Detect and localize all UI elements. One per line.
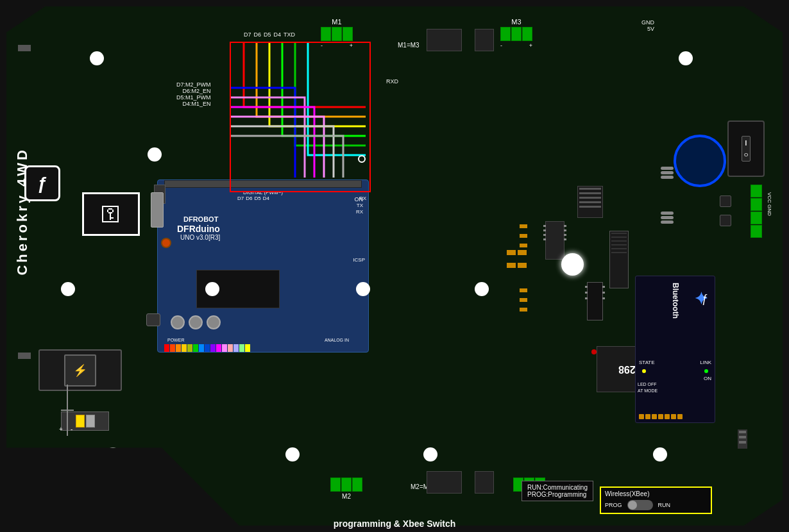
arduino-bottom-pins: POWER ANALOG IN [164, 333, 362, 352]
bluetooth-dfr-logo: ƒ [702, 292, 708, 306]
rx-label: RX [356, 209, 363, 215]
bluetooth-label: Bluetooth [671, 283, 680, 340]
dfrobot-brand: DFROBOT [183, 215, 218, 223]
mount-hole-mcr [356, 282, 370, 296]
small-component-br [738, 429, 747, 449]
prog-label: PROG [605, 502, 622, 508]
link-label: LINK [700, 360, 711, 365]
usb-connector-side [151, 192, 164, 228]
smd-2 [520, 234, 527, 238]
small-component-right [720, 195, 731, 207]
small-comp-tl [18, 45, 31, 51]
mount-hole-bl [106, 447, 120, 461]
heat-sink [609, 231, 629, 288]
smd-1 [520, 224, 527, 228]
run-label: RUN [658, 502, 671, 508]
mount-hole-extra1 [148, 147, 162, 162]
small-led-red [591, 349, 597, 354]
wiring-top-labels: D7D6D5D4TXD [244, 31, 295, 38]
wiring-left-labels: D7:M2_PWM D6:M2_EN D5:M1_PWM D4:M1_EN [176, 81, 211, 107]
at-mode-label: AT MODE [638, 388, 658, 393]
vcc-gnd-label: VCC GND [767, 192, 772, 216]
wireless-box: Wireless(XBee) PROG RUN [600, 486, 712, 514]
smd-5 [520, 298, 527, 302]
bt-pin-header [639, 414, 683, 419]
smd-4 [520, 288, 527, 292]
mount-hole-mc [205, 282, 219, 296]
m3-connector: M3 -+ [500, 18, 532, 49]
wiring-rx-label: RX [359, 195, 366, 201]
wiring-svg [231, 43, 369, 191]
smd-6 [520, 308, 527, 312]
mount-hole-ml [61, 282, 75, 296]
bottom-programming-text: programming & Xbee Switch [334, 519, 456, 529]
wiring-bottom-labels: D7D6D5D4 [237, 195, 269, 201]
smd-row-2 [507, 263, 527, 268]
smd-row-1 [507, 250, 527, 255]
wireless-toggle[interactable] [627, 500, 653, 510]
inductor-area2 [661, 212, 674, 224]
link-led [704, 369, 708, 373]
ic-chip-1 [545, 221, 564, 260]
info-line1: RUN:Communicating [527, 484, 588, 491]
usb-icon: ⚿ [101, 203, 121, 226]
wiring-right-labels: RXD [386, 78, 398, 85]
mount-hole-mr [475, 282, 489, 296]
mount-hole-br [653, 447, 667, 461]
wiring-diagram-box: D7:M2_PWM D6:M2_EN D5:M1_PWM D4:M1_EN D7… [230, 42, 371, 192]
mount-hole-tr [679, 51, 693, 65]
center-connector-top-left [427, 29, 462, 51]
cherokry-logo-box: ƒ [24, 165, 60, 201]
reset-button[interactable] [161, 238, 171, 248]
mount-hole-bmr [423, 447, 437, 461]
5v-label: 5V [647, 26, 654, 32]
mount-hole-tl [90, 51, 104, 65]
center-connector-bottom-right [475, 471, 494, 494]
analog-label: ANALOG IN [325, 338, 349, 342]
on-status: ON [704, 376, 711, 381]
power-jack-small [146, 313, 160, 326]
center-connector-top-right [475, 29, 494, 51]
state-label: STATE [639, 360, 655, 365]
icsp-label: ICSP [353, 257, 365, 263]
m1-m3-label: M1=M3 [398, 42, 420, 49]
blue-circle-component [674, 135, 726, 187]
arduino-board: DIGITAL (PWM~) ON TX RX DFROBOT DFRduino… [157, 179, 369, 353]
state-led [642, 369, 646, 373]
inductor-area [661, 167, 674, 179]
power-label: POWER [167, 338, 184, 342]
usb-port-box: ⚿ [82, 192, 140, 236]
m2-connector: M2 [330, 478, 362, 500]
cherokry-logo-icon: ƒ [37, 173, 47, 194]
center-connector-bottom-left [427, 471, 462, 494]
dfrobot-model: DFRduino [177, 224, 220, 234]
dfrobot-version: UNO v3.0[R3] [180, 234, 220, 241]
right-screw-terminal [751, 185, 762, 238]
power-wire-svg [58, 385, 83, 436]
gnd-label: GND [641, 19, 654, 26]
ic-middle-1 [577, 186, 603, 218]
bluetooth-module: Bluetooth ✦ ƒ STATE LINK ON LED OFF AT M… [635, 276, 715, 423]
info-box: RUN:Communicating PROG:Programming [522, 481, 593, 501]
mount-hole-bm [285, 447, 300, 461]
small-component-right2 [720, 215, 731, 226]
power-switch[interactable]: I O [727, 121, 765, 177]
led-off-label: LED OFF [638, 382, 657, 387]
white-led-ball [561, 253, 584, 276]
info-line2: PROG:Programming [527, 491, 588, 498]
pcb-board: Cherokry 4WD ƒ ⚿ DIGITAL (PWM~) ON TX RX… [6, 6, 783, 526]
wireless-title: Wireless(XBee) [605, 490, 707, 497]
tx-label: TX [357, 203, 363, 208]
smd-3 [520, 244, 527, 247]
small-comp-bl [18, 353, 31, 359]
motor-driver-ic [587, 282, 603, 320]
